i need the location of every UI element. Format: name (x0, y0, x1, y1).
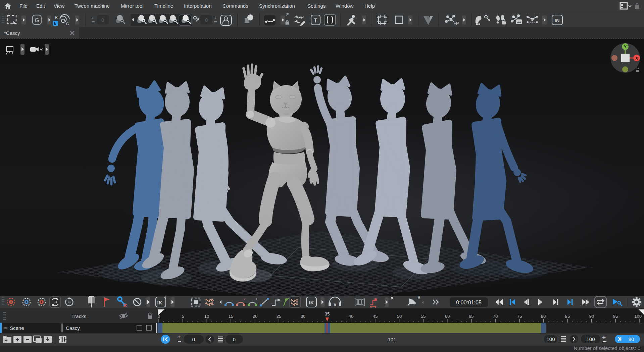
svg-text:Number of selected objects: 0: Number of selected objects: 0 (574, 345, 640, 351)
svg-text:95: 95 (613, 314, 618, 319)
svg-text:+: + (602, 334, 606, 341)
svg-text:100: 100 (546, 336, 555, 342)
svg-text:R: R (55, 15, 58, 20)
svg-text:70: 70 (493, 314, 498, 319)
svg-text:+: + (214, 15, 217, 20)
svg-text:0:00:01:05: 0:00:01:05 (456, 300, 482, 305)
svg-text:Cascy: Cascy (66, 325, 80, 331)
svg-text:80: 80 (541, 314, 546, 319)
svg-text:30: 30 (301, 314, 305, 319)
svg-text:101: 101 (388, 337, 396, 342)
svg-text:35: 35 (325, 311, 330, 316)
svg-text:G: G (35, 17, 39, 23)
svg-text:+P: +P (454, 21, 459, 26)
svg-text:65: 65 (469, 314, 474, 319)
svg-text:50: 50 (397, 314, 402, 319)
svg-text:40: 40 (349, 314, 353, 319)
svg-text:85: 85 (565, 314, 570, 319)
svg-text:X: X (635, 56, 638, 61)
svg-text:A: A (334, 303, 336, 307)
svg-text:T: T (314, 17, 317, 24)
svg-text:25: 25 (277, 314, 281, 319)
svg-text:10: 10 (204, 314, 209, 319)
svg-text:Tracks: Tracks (71, 313, 86, 319)
svg-text:0: 0 (158, 314, 160, 319)
svg-text:100: 100 (634, 314, 642, 319)
svg-text:80: 80 (629, 336, 634, 342)
svg-text:G: G (66, 22, 69, 26)
svg-text:0: 0 (205, 17, 208, 23)
svg-text:0: 0 (101, 17, 104, 23)
svg-text:Y: Y (624, 45, 627, 49)
svg-text:k: k (54, 21, 56, 25)
svg-text:60: 60 (445, 314, 450, 319)
svg-text:55: 55 (421, 314, 426, 319)
svg-text:Scene: Scene (10, 325, 24, 331)
svg-text:0: 0 (233, 337, 236, 342)
svg-text:+: + (91, 15, 94, 20)
svg-text:15: 15 (229, 314, 233, 319)
svg-text:20: 20 (253, 314, 257, 319)
svg-text:5: 5 (182, 314, 184, 319)
svg-text:75: 75 (517, 314, 522, 319)
svg-text:v: v (244, 297, 245, 300)
svg-text:IK: IK (309, 300, 314, 305)
svg-text:A: A (418, 296, 420, 299)
svg-text:IN: IN (555, 17, 560, 23)
svg-text:0: 0 (192, 337, 195, 342)
svg-text:45: 45 (373, 314, 378, 319)
svg-text:90: 90 (589, 314, 594, 319)
svg-text:+: + (178, 334, 181, 340)
svg-text:100: 100 (586, 336, 595, 342)
svg-text:IK: IK (157, 300, 162, 305)
svg-text:c: c (256, 297, 257, 300)
